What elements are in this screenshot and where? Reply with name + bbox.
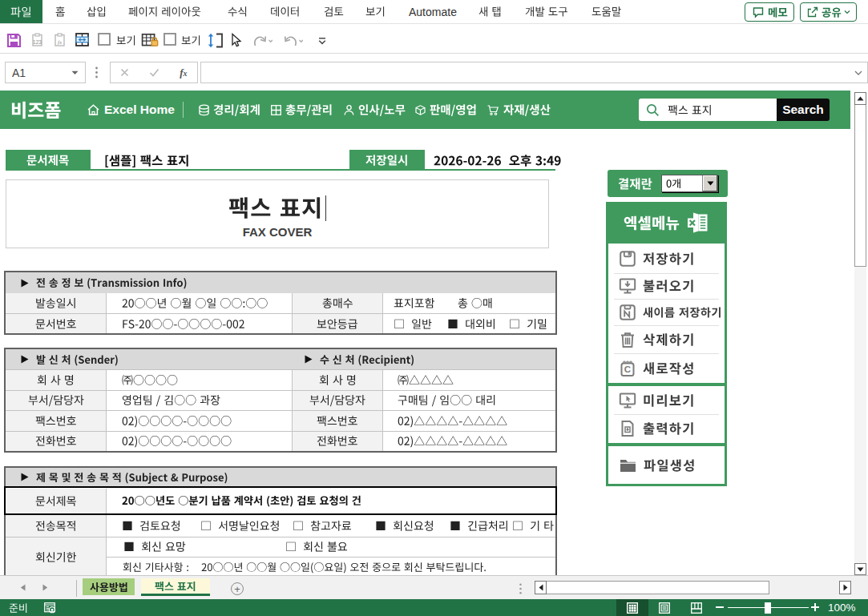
svg-text:C: C <box>624 364 631 374</box>
svg-text:123: 123 <box>33 39 42 45</box>
svg-text:fx: fx <box>58 39 63 46</box>
